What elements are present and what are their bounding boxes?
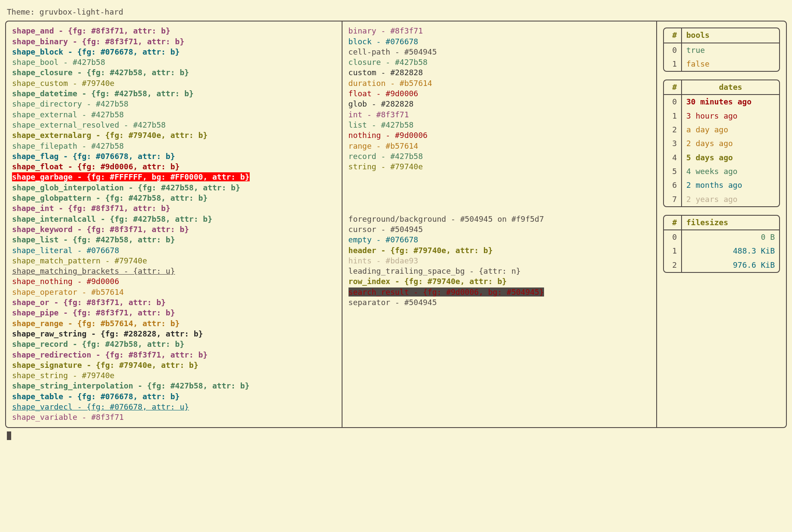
shape-entry: shape_directory - #427b58: [12, 99, 336, 109]
shape-entry: shape_list - {fg: #427b58, attr: b}: [12, 235, 336, 245]
shape-entry: shape_garbage - {fg: #FFFFFF, bg: #FF000…: [12, 172, 336, 182]
type-entry: duration - #b57614: [349, 78, 650, 89]
type-entry: binary - #8f3f71: [349, 26, 650, 36]
misc-entry: separator - #504945: [349, 297, 650, 308]
col-index: #: [664, 80, 682, 94]
shape-entry: shape_signature - {fg: #79740e, attr: b}: [12, 360, 336, 370]
title-prefix: Theme:: [7, 7, 40, 16]
shape-entry: shape_custom - #79740e: [12, 78, 336, 89]
shape-entry: shape_externalarg - {fg: #79740e, attr: …: [12, 130, 336, 141]
shape-entry: shape_int - {fg: #8f3f71, attr: b}: [12, 203, 336, 214]
misc-entry: hints - #bdae93: [349, 256, 650, 266]
type-entry: custom - #282828: [349, 67, 650, 78]
shape-entry: shape_match_pattern - #79740e: [12, 256, 336, 266]
table-row: 1488.3 KiB: [664, 244, 779, 258]
misc-entry: foreground/background - #504945 on #f9f5…: [349, 214, 650, 224]
shape-entry: shape_internalcall - {fg: #427b58, attr:…: [12, 214, 336, 224]
shape-entry: shape_block - {fg: #076678, attr: b}: [12, 47, 336, 57]
shape-entry: shape_record - {fg: #427b58, attr: b}: [12, 339, 336, 349]
type-entry: string - #79740e: [349, 162, 650, 172]
col-index: #: [664, 28, 682, 42]
shape-entry: shape_bool - #427b58: [12, 57, 336, 67]
table-row: 54 weeks ago: [664, 165, 779, 178]
shape-entry: shape_matching_brackets - {attr: u}: [12, 266, 336, 276]
misc-entry: search_result - {fg: #9d0006, bg: #50494…: [349, 287, 650, 297]
type-entry: glob - #282828: [349, 99, 650, 109]
shape-entry: shape_literal - #076678: [12, 245, 336, 256]
type-entry: float - #9d0006: [349, 89, 650, 99]
shape-entry: shape_filepath - #427b58: [12, 141, 336, 151]
table-row: 45 days ago: [664, 151, 779, 165]
shape-entry: shape_and - {fg: #8f3f71, attr: b}: [12, 26, 336, 36]
shape-entry: shape_redirection - {fg: #8f3f71, attr: …: [12, 350, 336, 360]
shape-entry: shape_closure - {fg: #427b58, attr: b}: [12, 67, 336, 78]
type-entry: int - #8f3f71: [349, 110, 650, 120]
theme-title: Theme: gruvbox-light-hard: [7, 7, 787, 17]
misc-entry: leading_trailing_space_bg - {attr: n}: [349, 266, 650, 276]
misc-entry: empty - #076678: [349, 235, 650, 245]
type-entry: list - #427b58: [349, 120, 650, 130]
shape-entry: shape_raw_string - {fg: #282828, attr: b…: [12, 329, 336, 339]
table-row: 0true: [664, 43, 779, 57]
misc-entry: header - {fg: #79740e, attr: b}: [349, 245, 650, 256]
table-row: 62 months ago: [664, 178, 779, 192]
table-row: 2976.6 KiB: [664, 258, 779, 272]
col-index: #: [664, 216, 682, 229]
type-entry: record - #427b58: [349, 151, 650, 162]
col-header: bools: [682, 28, 779, 42]
type-entry: closure - #427b58: [349, 57, 650, 67]
shape-entry: shape_string_interpolation - {fg: #427b5…: [12, 381, 336, 391]
shape-entry: shape_nothing - #9d0006: [12, 276, 336, 287]
shape-entry: shape_flag - {fg: #076678, attr: b}: [12, 151, 336, 162]
filesizes-table: #filesizes00 B1488.3 KiB2976.6 KiB: [663, 215, 780, 273]
misc-entry: cursor - #504945: [349, 224, 650, 235]
preview-box: shape_and - {fg: #8f3f71, attr: b}shape_…: [5, 21, 787, 428]
shape-entry: shape_vardecl - {fg: #076678, attr: u}: [12, 402, 336, 412]
samples-column: #bools0true1false #dates030 minutes ago1…: [657, 21, 786, 427]
type-entry: range - #b57614: [349, 141, 650, 151]
shape-entry: shape_operator - #b57614: [12, 287, 336, 297]
type-entry: block - #076678: [349, 37, 650, 47]
type-entry: nothing - #9d0006: [349, 130, 650, 141]
shape-entry: shape_external_resolved - #427b58: [12, 120, 336, 130]
col-header: dates: [682, 80, 779, 94]
misc-entry: row_index - {fg: #79740e, attr: b}: [349, 276, 650, 287]
type-entry: cell-path - #504945: [349, 47, 650, 57]
table-row: 13 hours ago: [664, 109, 779, 123]
col-header: filesizes: [682, 216, 779, 229]
shape-entry: shape_keyword - {fg: #8f3f71, attr: b}: [12, 224, 336, 235]
shape-entry: shape_variable - #8f3f71: [12, 412, 336, 422]
types-column: binary - #8f3f71block - #076678cell-path…: [342, 21, 657, 427]
bools-table: #bools0true1false: [663, 28, 780, 72]
shape-entry: shape_range - {fg: #b57614, attr: b}: [12, 318, 336, 329]
table-row: 72 years ago: [664, 193, 779, 206]
shape-entry: shape_table - {fg: #076678, attr: b}: [12, 391, 336, 402]
shape-entry: shape_datetime - {fg: #427b58, attr: b}: [12, 89, 336, 99]
shape-entry: shape_external - #427b58: [12, 110, 336, 120]
shape-entry: shape_glob_interpolation - {fg: #427b58,…: [12, 183, 336, 193]
shape-entry: shape_or - {fg: #8f3f71, attr: b}: [12, 297, 336, 308]
shapes-column: shape_and - {fg: #8f3f71, attr: b}shape_…: [6, 21, 342, 427]
shape-entry: shape_pipe - {fg: #8f3f71, attr: b}: [12, 308, 336, 318]
shape-entry: shape_globpattern - {fg: #427b58, attr: …: [12, 193, 336, 203]
table-row: 030 minutes ago: [664, 95, 779, 109]
dates-table: #dates030 minutes ago13 hours ago2a day …: [663, 79, 780, 207]
table-row: 32 days ago: [664, 137, 779, 150]
table-row: 2a day ago: [664, 123, 779, 137]
cursor-block: [7, 431, 11, 440]
shape-entry: shape_binary - {fg: #8f3f71, attr: b}: [12, 37, 336, 47]
table-row: 00 B: [664, 230, 779, 244]
theme-name: gruvbox-light-hard: [40, 7, 123, 16]
shape-entry: shape_string - #79740e: [12, 370, 336, 381]
shape-entry: shape_float - {fg: #9d0006, attr: b}: [12, 162, 336, 172]
table-row: 1false: [664, 57, 779, 71]
